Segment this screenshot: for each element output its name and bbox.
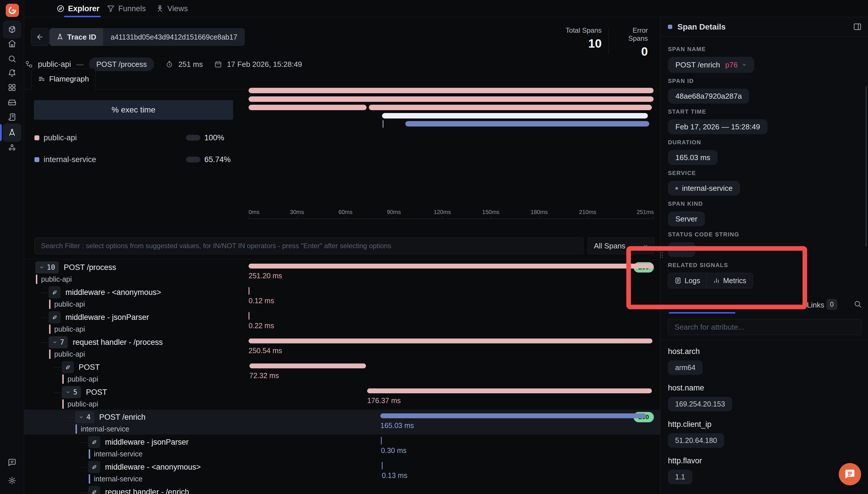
flamegraph-span-bar[interactable] <box>382 113 648 118</box>
flamegraph-tab-label: Flamegraph <box>49 75 89 83</box>
tab-flamegraph[interactable]: Flamegraph <box>31 68 96 90</box>
duration-tick[interactable] <box>248 287 250 294</box>
chevron-down-icon <box>39 265 44 270</box>
service-color-mark <box>89 449 90 459</box>
span-name-label: SPAN NAME <box>668 46 861 53</box>
duration-bar[interactable] <box>248 339 652 343</box>
tree-connector <box>40 292 48 293</box>
span-service-name: public-api <box>68 400 98 408</box>
waterfall-cell: 165.03 ms <box>248 410 654 435</box>
flamegraph-span-bar[interactable] <box>248 88 653 93</box>
sidebar-item-cubes[interactable] <box>3 138 21 157</box>
span-service-name: public-api <box>68 375 98 383</box>
span-row[interactable]: 5POSTpublic-api176.37 ms <box>24 385 660 410</box>
axis-tick <box>491 216 491 218</box>
views-icon <box>156 5 164 13</box>
tab-views[interactable]: Views <box>156 0 188 17</box>
leaf-span-chip <box>88 436 100 448</box>
span-row[interactable]: 4POST /enrich200internal-service165.03 m… <box>24 410 660 435</box>
span-row[interactable]: 7request handler - /processpublic-api250… <box>24 335 660 360</box>
panel-collapse-icon[interactable] <box>853 22 862 31</box>
duration-tick[interactable] <box>381 437 382 444</box>
span-row[interactable]: 10POST /process200public-api251.20 ms <box>24 260 660 285</box>
axis-tick-label: 150ms <box>482 209 499 215</box>
flamegraph-span-bar[interactable] <box>405 121 649 127</box>
compass-icon <box>57 5 64 13</box>
span-row[interactable]: middleware - jsonParserinternal-service0… <box>24 435 660 460</box>
span-row[interactable]: POSTpublic-api72.32 ms <box>24 360 660 385</box>
leaf-icon <box>51 289 58 296</box>
attribute-value-chip: 1.1 <box>668 470 692 484</box>
duration-bar[interactable] <box>367 388 651 393</box>
flamegraph-span-bar[interactable] <box>369 105 652 110</box>
waterfall-cell: 0.22 ms <box>248 310 654 335</box>
legend-service-name: internal-service <box>44 155 96 164</box>
tab-funnels[interactable]: Funnels <box>107 0 146 17</box>
duration-label: 176.37 ms <box>367 397 401 405</box>
span-service-name: public-api <box>54 325 85 334</box>
trace-id-chip[interactable]: Trace ID a41131bd05e43d9412d151669ce8ab1… <box>49 28 245 46</box>
span-scope-select[interactable]: All Spans <box>588 238 654 254</box>
duration-label: 72.32 ms <box>250 372 279 380</box>
panel-resize-handle[interactable] <box>658 251 665 259</box>
start-time-chip: Feb 17, 2026 — 15:28:49 <box>668 119 768 134</box>
duration-bar[interactable] <box>380 413 646 418</box>
logs-button[interactable]: Logs <box>668 273 706 288</box>
span-name-line: 7request handler - /process <box>49 336 163 349</box>
duration-tick[interactable] <box>382 462 383 469</box>
tree-connector <box>54 393 60 393</box>
span-name: request handler - /enrich <box>105 488 189 494</box>
span-id-chip: 48ae68a7920a287a <box>668 89 749 103</box>
span-row[interactable]: middleware - jsonParserpublic-api0.22 ms <box>24 310 660 335</box>
legend-swatch <box>34 135 39 140</box>
expand-collapse-chip[interactable]: 7 <box>49 336 68 348</box>
span-service-line: internal-service <box>89 474 143 484</box>
search-icon[interactable] <box>854 300 862 308</box>
service-color-mark <box>49 300 51 309</box>
duration-tick[interactable] <box>248 312 250 320</box>
status-code-label: STATUS CODE STRING <box>668 231 861 238</box>
span-name: POST <box>86 388 107 397</box>
span-row[interactable]: request handler - /enrichinternal-servic… <box>24 484 660 494</box>
duration-bar[interactable] <box>250 363 366 368</box>
legend-row-public-api[interactable]: public-api100% <box>34 133 234 143</box>
chat-support-button[interactable] <box>839 463 861 486</box>
expand-collapse-chip[interactable]: 10 <box>35 261 59 273</box>
service-color-mark <box>89 474 90 484</box>
span-name: middleware - jsonParser <box>105 438 189 446</box>
tab-explorer[interactable]: Explorer <box>57 0 99 17</box>
expand-collapse-chip[interactable]: 5 <box>62 386 81 398</box>
axis-tick <box>394 216 394 218</box>
tab-links[interactable]: Links <box>807 301 824 309</box>
panel-scrollbar[interactable] <box>865 86 867 247</box>
sidebar-item-gear[interactable] <box>3 471 21 490</box>
span-row[interactable]: middleware - <anonymous>public-api0.12 m… <box>24 285 660 310</box>
tree-connector <box>80 492 87 493</box>
signoz-logo[interactable] <box>6 4 19 17</box>
related-signals-buttons: Logs Metrics <box>668 273 753 288</box>
leaf-span-chip <box>49 311 60 323</box>
flamegraph-span-bar[interactable] <box>248 96 653 102</box>
top-navigation: ExplorerFunnelsViews <box>24 0 868 17</box>
span-row[interactable]: middleware - <anonymous>internal-service… <box>24 460 660 484</box>
metrics-button[interactable]: Metrics <box>706 273 753 288</box>
span-service-name: internal-service <box>94 475 143 483</box>
sidebar-item-chat[interactable] <box>3 453 21 472</box>
flamegraph-span-tick[interactable] <box>383 120 384 128</box>
back-button[interactable] <box>31 28 49 46</box>
root-endpoint-chip: POST /process <box>89 57 154 71</box>
attribute-value-chip: arm64 <box>668 360 703 375</box>
duration-label: 0.30 ms <box>381 446 406 455</box>
service-value: internal-service <box>682 184 733 193</box>
duration-bar[interactable] <box>248 264 653 268</box>
attribute-search-input[interactable] <box>668 319 862 335</box>
legend-row-internal-service[interactable]: internal-service65.74% <box>34 154 234 165</box>
span-name-chip[interactable]: POST /enrich p76 <box>668 57 754 73</box>
flamegraph-span-bar[interactable] <box>248 105 367 110</box>
span-name: request handler - /process <box>73 338 163 347</box>
span-filter-input[interactable] <box>34 238 583 254</box>
service-color-mark <box>62 399 64 409</box>
span-name: POST <box>79 363 100 372</box>
expand-collapse-chip[interactable]: 4 <box>75 411 94 423</box>
flamegraph-track[interactable] <box>248 86 654 132</box>
